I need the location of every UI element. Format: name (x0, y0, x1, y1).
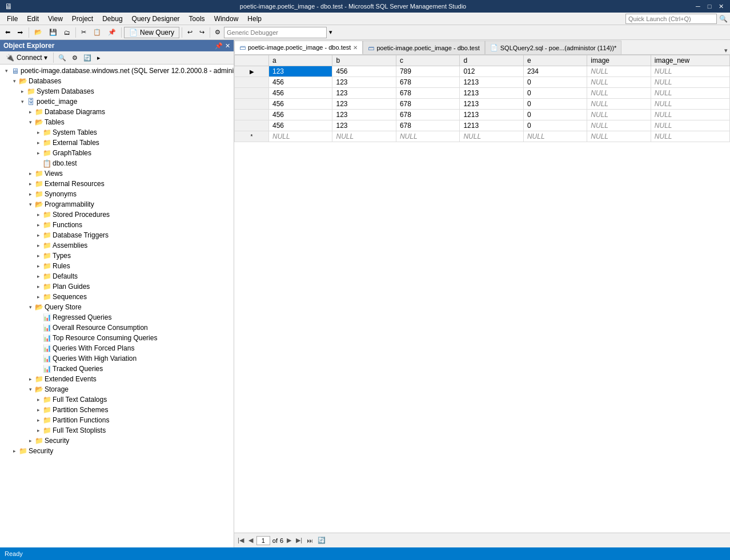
cell-a[interactable]: 456 (269, 88, 332, 99)
expand-icon[interactable]: ▸ (26, 170, 34, 178)
page-prev-btn[interactable]: ◀ (247, 537, 254, 544)
close-button[interactable]: ✕ (716, 3, 725, 10)
cell-d[interactable]: NULL (460, 131, 523, 142)
tree-item-programmability[interactable]: ▾📂Programmability (0, 199, 234, 210)
cell-image_new[interactable]: NULL (651, 66, 729, 77)
tree-item-sequences[interactable]: ▸📁Sequences (0, 292, 234, 302)
tree-item-stored-procedures[interactable]: ▸📁Stored Procedures (0, 210, 234, 220)
menu-project[interactable]: Project (67, 14, 98, 24)
cell-b[interactable]: 123 (332, 110, 396, 120)
toolbar-saveall-btn[interactable]: 🗂 (61, 26, 73, 39)
tree-item-queries-with-forced-plans[interactable]: 📊Queries With Forced Plans (0, 343, 234, 353)
tree-item-types[interactable]: ▸📁Types (0, 251, 234, 261)
oe-filter2-btn[interactable]: ⚙ (70, 53, 80, 63)
menu-query-designer[interactable]: Query Designer (127, 14, 184, 24)
toolbar-save-btn[interactable]: 💾 (46, 26, 60, 39)
tree-item-tables[interactable]: ▾📂Tables (0, 117, 234, 127)
expand-icon[interactable]: ▸ (34, 221, 42, 229)
cell-image_new[interactable]: NULL (651, 77, 729, 88)
cell-b[interactable]: 123 (332, 88, 396, 99)
panel-close-button[interactable]: ✕ (225, 42, 230, 50)
expand-icon[interactable]: ▸ (34, 293, 42, 301)
tree-item-dbotest[interactable]: 📋dbo.test (0, 158, 234, 168)
tree-item-external-tables[interactable]: ▸📁External Tables (0, 138, 234, 148)
tree-item-security[interactable]: ▸📁Security (0, 436, 234, 446)
tree-item-defaults[interactable]: ▸📁Defaults (0, 271, 234, 281)
cell-image[interactable]: NULL (587, 120, 651, 131)
page-first-btn[interactable]: |◀ (236, 537, 245, 544)
cell-image_new[interactable]: NULL (651, 120, 729, 131)
tree-item-views[interactable]: ▸📁Views (0, 168, 234, 179)
table-row[interactable]: 45612367812130NULLNULL (235, 120, 730, 131)
table-row[interactable]: 45612367812130NULLNULL (235, 77, 730, 88)
tree-item-overall-resource-consumption[interactable]: 📊Overall Resource Consumption (0, 323, 234, 333)
cell-image[interactable]: NULL (587, 88, 651, 99)
tree-item-plan-guides[interactable]: ▸📁Plan Guides (0, 281, 234, 292)
cell-b[interactable]: 123 (332, 99, 396, 110)
toolbar-back-btn[interactable]: ⬅ (2, 26, 13, 39)
cell-image[interactable]: NULL (587, 131, 651, 142)
generic-debugger-input[interactable] (224, 27, 327, 38)
menu-file[interactable]: File (2, 14, 22, 24)
expand-icon[interactable]: ▸ (34, 149, 42, 157)
expand-icon[interactable]: ▸ (26, 437, 34, 445)
menu-help[interactable]: Help (243, 14, 266, 24)
cell-e[interactable]: 0 (523, 120, 587, 131)
page-end-btn[interactable]: ⏭ (306, 537, 314, 544)
cell-b[interactable]: 456 (332, 66, 396, 77)
collapse-icon[interactable]: ▾ (2, 67, 10, 75)
expand-icon[interactable]: ▸ (18, 87, 26, 95)
menu-view[interactable]: View (43, 14, 67, 24)
tab-dbo-test-2[interactable]: 🗃 poetic-image.poetic_image - dbo.test (363, 41, 484, 54)
toolbar-open-btn[interactable]: 📂 (31, 26, 45, 39)
toolbar-undo-btn[interactable]: ↩ (184, 26, 195, 39)
cell-e[interactable]: NULL (523, 131, 587, 142)
cell-d[interactable]: 1213 (460, 110, 523, 120)
expand-icon[interactable]: ▸ (26, 375, 34, 383)
cell-image[interactable]: NULL (587, 77, 651, 88)
tree-item-security[interactable]: ▸📁Security (0, 446, 234, 456)
tree-item-full-text-catalogs[interactable]: ▸📁Full Text Catalogs (0, 394, 234, 405)
cell-image_new[interactable]: NULL (651, 88, 729, 99)
cell-e[interactable]: 0 (523, 110, 587, 120)
panel-pin-button[interactable]: 📌 (215, 42, 223, 50)
expand-icon[interactable]: ▸ (34, 426, 42, 434)
expand-icon[interactable]: ▸ (34, 416, 42, 424)
table-row[interactable]: 45612367812130NULLNULL (235, 88, 730, 99)
cell-image_new[interactable]: NULL (651, 110, 729, 120)
tab-close-active[interactable]: ✕ (353, 45, 358, 51)
expand-icon[interactable]: ▸ (34, 231, 42, 239)
tree-item-system-databases[interactable]: ▸📁System Databases (0, 86, 234, 96)
expand-icon[interactable]: ▸ (34, 252, 42, 260)
cell-a[interactable]: 456 (269, 99, 332, 110)
oe-more-btn[interactable]: ▸ (95, 53, 103, 63)
cell-d[interactable]: 1213 (460, 77, 523, 88)
cell-c[interactable]: 789 (396, 66, 459, 77)
tree-item-full-text-stoplists[interactable]: ▸📁Full Text Stoplists (0, 425, 234, 436)
tab-overflow-arrow[interactable]: ▾ (722, 47, 730, 54)
page-current-input[interactable] (256, 536, 270, 545)
expand-icon[interactable]: ▸ (26, 108, 34, 116)
tab-sqlquery[interactable]: 📄 SQLQuery2.sql - poe...(administor (114… (485, 41, 622, 54)
minimize-button[interactable]: ─ (693, 3, 703, 10)
cell-b[interactable]: 123 (332, 120, 396, 131)
tree-item-assemblies[interactable]: ▸📁Assemblies (0, 240, 234, 251)
tree-item-top-resource-consuming-queries[interactable]: 📊Top Resource Consuming Queries (0, 333, 234, 343)
oe-filter-btn[interactable]: 🔍 (56, 53, 69, 63)
connect-button[interactable]: 🔌 Connect ▾ (2, 53, 51, 63)
tree-item-synonyms[interactable]: ▸📁Synonyms (0, 189, 234, 199)
expand-icon[interactable]: ▸ (34, 406, 42, 414)
cell-image[interactable]: NULL (587, 99, 651, 110)
toolbar-copy-btn[interactable]: 📋 (90, 26, 104, 39)
cell-b[interactable]: 123 (332, 77, 396, 88)
page-next-btn[interactable]: ▶ (286, 537, 292, 544)
cell-e[interactable]: 234 (523, 66, 587, 77)
expand-icon[interactable]: ▸ (34, 396, 42, 404)
cell-d[interactable]: 012 (460, 66, 523, 77)
expand-icon[interactable]: ▸ (34, 241, 42, 249)
expand-icon[interactable]: ▸ (26, 190, 34, 198)
tree-item-tracked-queries[interactable]: 📊Tracked Queries (0, 364, 234, 374)
toolbar-dropdown-icon[interactable]: ▾ (328, 29, 334, 36)
tree-item-partition-functions[interactable]: ▸📁Partition Functions (0, 415, 234, 425)
tree-item-queries-with-high-variation[interactable]: 📊Queries With High Variation (0, 353, 234, 364)
